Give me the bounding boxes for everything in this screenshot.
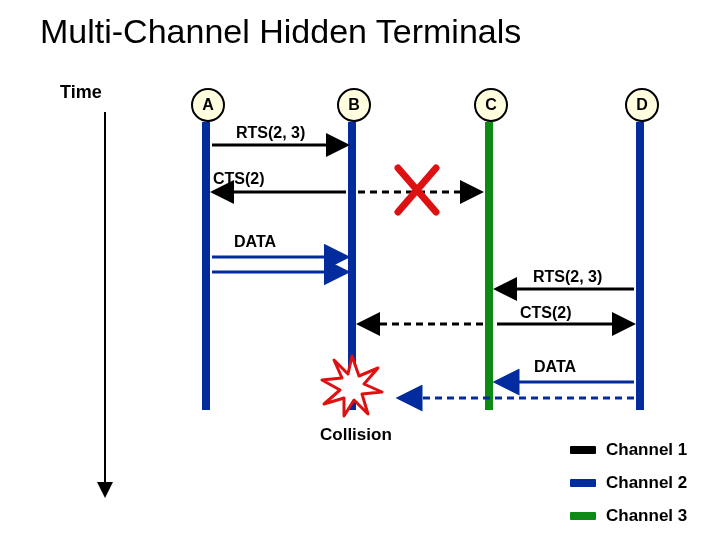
blocked-x-icon (398, 168, 436, 212)
legend-label-ch1: Channel 1 (606, 440, 687, 460)
label-data-dc: DATA (534, 358, 576, 376)
node-c: C (474, 88, 508, 122)
legend-channel-3: Channel 3 (570, 506, 687, 526)
time-axis-label: Time (60, 82, 102, 103)
timeline-b (348, 122, 356, 410)
timeline-c (485, 122, 493, 410)
timeline-a (202, 122, 210, 410)
legend-swatch-ch3 (570, 512, 596, 520)
legend-label-ch2: Channel 2 (606, 473, 687, 493)
label-rts-ab: RTS(2, 3) (236, 124, 305, 142)
label-rts-dc: RTS(2, 3) (533, 268, 602, 286)
label-cts-ba: CTS(2) (213, 170, 265, 188)
svg-line-0 (398, 168, 436, 212)
legend-channel-2: Channel 2 (570, 473, 687, 493)
timeline-d (636, 122, 644, 410)
label-cts-cd: CTS(2) (520, 304, 572, 322)
label-data-ab: DATA (234, 233, 276, 251)
svg-line-1 (398, 168, 436, 212)
legend-swatch-ch2 (570, 479, 596, 487)
collision-label: Collision (320, 425, 392, 445)
legend-swatch-ch1 (570, 446, 596, 454)
node-a: A (191, 88, 225, 122)
node-d: D (625, 88, 659, 122)
legend-label-ch3: Channel 3 (606, 506, 687, 526)
node-b: B (337, 88, 371, 122)
legend-channel-1: Channel 1 (570, 440, 687, 460)
page-title: Multi-Channel Hidden Terminals (40, 12, 521, 51)
